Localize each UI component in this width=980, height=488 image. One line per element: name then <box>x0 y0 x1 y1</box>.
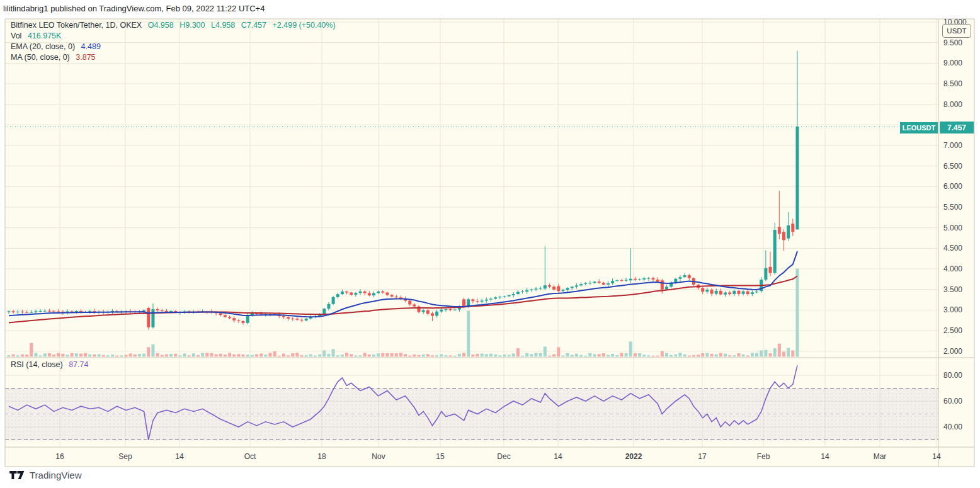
svg-text:Oct: Oct <box>244 452 256 461</box>
ma-label: MA (50, close, 0) <box>11 53 70 62</box>
svg-text:Feb: Feb <box>757 452 770 461</box>
symbol-price-line-label: LEOUSDT <box>900 122 938 133</box>
last-price-axis-label: 7.457 <box>940 122 974 133</box>
tradingview-snapshot: lilitlindabrig1 published on TradingView… <box>0 0 980 488</box>
svg-text:18: 18 <box>317 452 326 461</box>
svg-text:Dec: Dec <box>497 452 510 461</box>
svg-text:Mar: Mar <box>874 452 887 461</box>
ohlc-high: H9.300 <box>179 21 205 30</box>
tradingview-logo-icon <box>9 470 25 480</box>
svg-text:14: 14 <box>554 452 562 461</box>
main-legend-row-ma[interactable]: MA (50, close, 0) 3.875 <box>11 53 100 62</box>
svg-text:9.500: 9.500 <box>943 38 962 47</box>
svg-text:6.500: 6.500 <box>943 162 962 171</box>
svg-text:2.500: 2.500 <box>943 326 962 335</box>
main-legend-row-ema[interactable]: EMA (20, close, 0) 4.489 <box>11 42 105 52</box>
rsi-legend-row[interactable]: RSI (14, close) 87.74 <box>11 360 92 370</box>
svg-text:17: 17 <box>698 452 707 461</box>
tradingview-brand-text: TradingView <box>30 470 82 480</box>
ema-value: 4.489 <box>81 42 101 51</box>
svg-text:80.00: 80.00 <box>943 371 962 380</box>
chart-canvas[interactable]: 10.0009.5009.0008.5008.0007.0006.5006.00… <box>0 0 980 488</box>
svg-text:14: 14 <box>932 452 941 461</box>
ema-label: EMA (20, close, 0) <box>11 42 75 51</box>
svg-text:9.000: 9.000 <box>943 59 962 67</box>
ohlc-open: O4.958 <box>148 21 174 30</box>
svg-text:4.000: 4.000 <box>943 264 962 273</box>
main-legend-row-volume[interactable]: Vol 416.975K <box>11 31 65 41</box>
svg-text:6.000: 6.000 <box>943 182 962 191</box>
svg-text:14: 14 <box>821 452 829 461</box>
svg-text:5.500: 5.500 <box>943 203 962 212</box>
symbol-title: Bitfinex LEO Token/Tether, 1D, OKEX <box>11 21 142 30</box>
svg-text:8.000: 8.000 <box>943 100 962 109</box>
svg-text:60.00: 60.00 <box>943 397 962 406</box>
ohlc-close: C7.457 <box>241 21 266 30</box>
ma-value: 3.875 <box>76 53 95 62</box>
ohlc-change: +2.499 (+50.40%) <box>273 21 336 30</box>
svg-text:15: 15 <box>436 452 445 461</box>
ohlc-low: L4.958 <box>211 21 235 30</box>
currency-toggle-button[interactable]: USDT <box>942 24 971 38</box>
svg-text:3.500: 3.500 <box>943 285 962 294</box>
svg-text:4.500: 4.500 <box>943 244 962 253</box>
svg-text:2.000: 2.000 <box>943 347 962 356</box>
volume-value: 416.975K <box>28 31 62 40</box>
tradingview-footer-link[interactable]: TradingView <box>9 470 82 480</box>
rsi-label: RSI (14, close) <box>11 360 63 369</box>
svg-text:8.500: 8.500 <box>943 79 962 88</box>
volume-label: Vol <box>11 31 21 40</box>
svg-text:Sep: Sep <box>118 452 132 461</box>
svg-text:7.000: 7.000 <box>943 141 962 150</box>
svg-text:2022: 2022 <box>625 452 642 461</box>
svg-text:Nov: Nov <box>372 452 385 461</box>
main-legend-row-symbol[interactable]: Bitfinex LEO Token/Tether, 1D, OKEX O4.9… <box>11 21 339 30</box>
rsi-band <box>5 389 938 440</box>
svg-text:14: 14 <box>175 452 184 461</box>
svg-text:3.000: 3.000 <box>943 305 962 314</box>
svg-text:40.00: 40.00 <box>943 423 962 431</box>
svg-text:5.000: 5.000 <box>943 224 962 232</box>
rsi-value: 87.74 <box>69 360 88 369</box>
svg-text:16: 16 <box>55 452 64 461</box>
